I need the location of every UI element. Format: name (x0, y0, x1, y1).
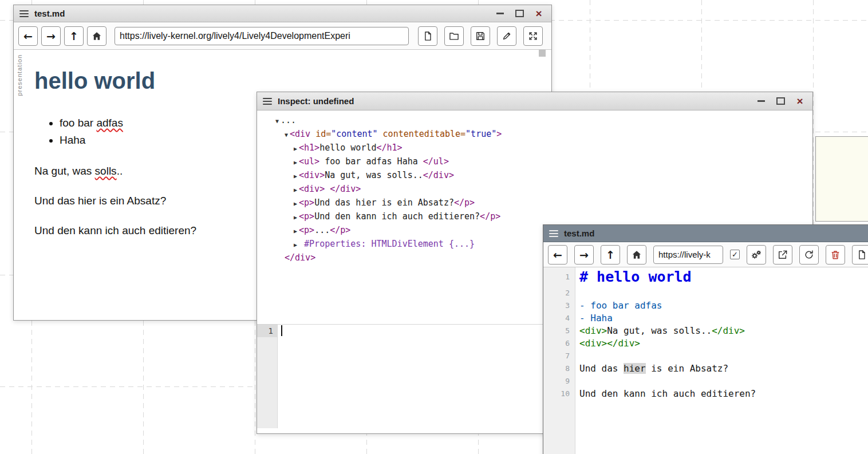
code-segment (325, 184, 330, 194)
code-segment: ▶ (294, 214, 297, 220)
line-number: 5 (543, 325, 575, 337)
code-segment: ▶ (294, 173, 297, 179)
new-file-icon (422, 30, 433, 42)
code-segment: Na gut, was solls.. (607, 325, 712, 336)
source-line[interactable]: 4- Haha (543, 312, 868, 325)
refresh-button[interactable] (799, 245, 819, 264)
scrollbar-stub[interactable] (539, 50, 546, 57)
misspelled-word: solls (95, 165, 117, 177)
code-segment: <div> (299, 184, 325, 194)
edit-button[interactable] (497, 26, 516, 46)
code-segment: hello world (319, 143, 376, 153)
inspector-tree-line[interactable]: ▶<ul> foo bar adfas Haha </ul> (275, 155, 812, 169)
inspector-tree-line[interactable]: ▶<p>Und den kann ich auch editieren?</p> (275, 210, 812, 224)
close-button[interactable]: × (795, 97, 804, 106)
code-segment: #Properties: HTMLDivElement {...} (299, 239, 475, 249)
option-checkbox[interactable]: ✓ (730, 250, 740, 259)
code-segment: <div> (579, 325, 607, 336)
desktop: test.md × ← → ↑ (0, 0, 868, 454)
code-segment: id= (315, 129, 331, 139)
markdown-view-titlebar[interactable]: test.md × (14, 5, 551, 22)
source-line[interactable]: 2 (543, 287, 868, 299)
inspector-tree-line[interactable]: ▼... (275, 114, 812, 128)
code-segment: ▶ (294, 145, 297, 152)
source-line[interactable]: 8Und das hier is ein Absatz? (543, 362, 868, 375)
back-button[interactable]: ← (548, 245, 567, 264)
code-segment: </div> (712, 325, 745, 336)
line-number: 10 (543, 388, 575, 400)
open-external-button[interactable] (773, 245, 792, 264)
up-button[interactable]: ↑ (64, 26, 84, 46)
code-segment: Und den kann ich auch editieren? (579, 388, 756, 399)
check-icon: ✓ (732, 251, 738, 258)
back-button[interactable]: ← (18, 26, 38, 46)
code-segment: ... (281, 115, 296, 125)
forward-button[interactable]: → (574, 245, 594, 264)
maximize-icon (515, 10, 524, 17)
line-number: 2 (543, 287, 575, 299)
save-icon (475, 30, 486, 42)
source-line[interactable]: 10Und den kann ich auch editieren? (543, 388, 868, 400)
window-menu-icon[interactable] (19, 10, 29, 17)
source-line[interactable]: 3- foo bar adfas (543, 299, 868, 312)
code-segment: </p> (454, 198, 475, 208)
up-button[interactable]: ↑ (601, 245, 620, 264)
source-line[interactable]: 7 (543, 350, 868, 362)
maximize-button[interactable] (776, 97, 785, 106)
new-file-button[interactable] (418, 26, 437, 46)
open-folder-button[interactable] (444, 26, 464, 46)
close-button[interactable]: × (534, 9, 543, 18)
line-number: 7 (543, 350, 575, 362)
minimize-button[interactable] (756, 97, 766, 106)
minimize-button[interactable] (495, 9, 504, 18)
code-segment: </p> (480, 211, 500, 222)
source-line[interactable]: 6<div></div> (543, 337, 868, 350)
edit-pencil-icon (501, 30, 512, 42)
source-line[interactable]: 9 (543, 375, 868, 388)
code-segment: ▶ (294, 159, 297, 165)
code-segment: is ein Absatz? (646, 363, 729, 374)
home-icon (631, 249, 642, 260)
toolbar-button-group (418, 26, 543, 46)
inspector-titlebar[interactable]: Inspect: undefined × (257, 92, 812, 110)
delete-button[interactable] (826, 245, 845, 264)
window-menu-icon[interactable] (549, 230, 558, 237)
window-menu-icon[interactable] (263, 98, 272, 105)
fullscreen-button[interactable] (523, 26, 543, 46)
code-segment: Und das (579, 363, 624, 374)
code-segment: <p> (299, 225, 314, 235)
markdown-source-titlebar[interactable]: test.md (543, 225, 868, 242)
code-segment: <h1> (299, 143, 319, 153)
home-button[interactable] (87, 26, 106, 46)
url-input[interactable] (653, 246, 723, 264)
settings-button[interactable] (747, 245, 766, 264)
line-number: 1 (543, 267, 575, 287)
source-editor[interactable]: 1# hello world23- foo bar adfas4- Haha5<… (543, 267, 868, 454)
window-title: test.md (564, 228, 594, 238)
window-markdown-source: test.md ← → ↑ ✓ (543, 224, 868, 454)
source-line[interactable]: 5<div>Na gut, was solls..</div> (543, 325, 868, 337)
code-segment: <div (290, 129, 315, 139)
home-button[interactable] (627, 245, 646, 264)
source-line[interactable]: 1# hello world (543, 267, 868, 287)
inspector-tree-line[interactable]: ▶<div>Na gut, was solls..</div> (275, 169, 812, 183)
code-segment: ▼ (275, 118, 279, 124)
inspector-tree-line[interactable]: ▶<h1>hello world</h1> (275, 141, 812, 155)
save-button[interactable] (471, 26, 490, 46)
maximize-button[interactable] (515, 9, 524, 18)
code-segment: ▶ (294, 242, 297, 248)
new-file-button[interactable] (852, 245, 868, 264)
code-segment: ▼ (285, 132, 288, 138)
code-segment: foo bar adfas Haha (319, 156, 423, 167)
line-number: 3 (543, 299, 575, 312)
line-number: 8 (543, 362, 575, 375)
inspector-tree-line[interactable]: ▶<p>Und das hier is ein Absatz?</p> (275, 196, 812, 210)
url-input[interactable] (115, 27, 409, 45)
window-controls: × (756, 97, 807, 106)
window-controls: × (495, 9, 546, 18)
forward-button[interactable]: → (41, 26, 61, 46)
inspector-tree-line[interactable]: ▶<div> </div> (275, 183, 812, 196)
inspector-tree-line[interactable]: ▼<div id="content" contenteditable="true… (275, 128, 812, 141)
open-external-icon (777, 249, 788, 260)
code-segment: # hello world (579, 269, 692, 285)
